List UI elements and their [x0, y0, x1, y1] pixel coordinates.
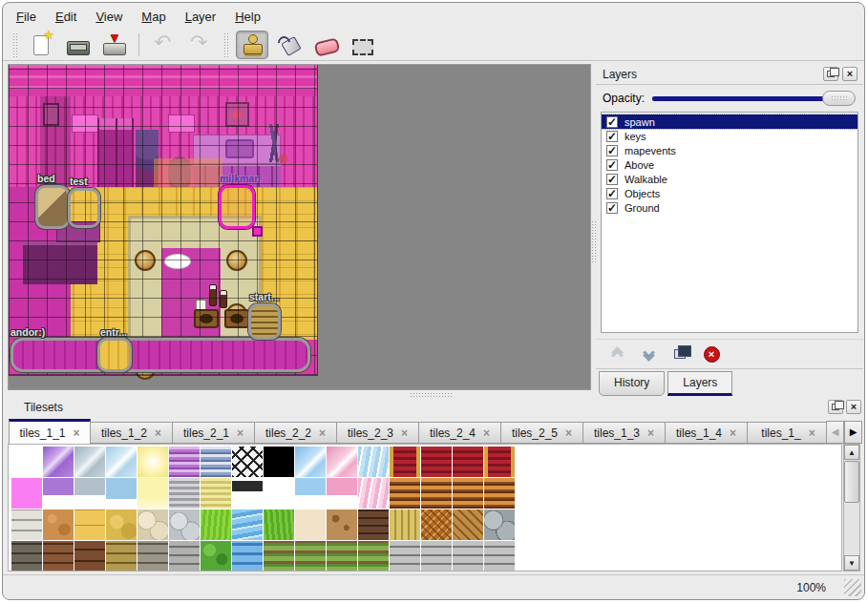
layer-list[interactable]: ✓spawn✓keys✓mapevents✓Above✓Walkable✓Obj… — [601, 112, 858, 333]
tile-glass_blue2[interactable] — [295, 447, 326, 477]
tileset-tab-tiles_1_[interactable]: tiles_1_× — [748, 422, 826, 444]
tile-tile_yellow[interactable] — [74, 509, 105, 540]
fill-tool-button[interactable] — [272, 31, 305, 59]
tileset-tab-tiles_1_3[interactable]: tiles_1_3× — [583, 422, 666, 444]
tile-white[interactable] — [264, 478, 294, 509]
tile-pave_gray[interactable] — [11, 509, 42, 540]
new-file-button[interactable] — [25, 31, 57, 59]
dock-tab-history[interactable]: History — [599, 371, 665, 396]
map-view[interactable]: bed test milkman start... entr... andor:… — [8, 64, 591, 390]
tab-close-icon[interactable]: × — [319, 426, 326, 440]
layer-row-Ground[interactable]: ✓Ground — [602, 200, 857, 215]
tile-zigzag_pink[interactable] — [358, 478, 389, 509]
tile-crop[interactable] — [358, 541, 389, 572]
tile-brick_gray[interactable] — [390, 541, 420, 572]
save-file-button[interactable] — [97, 31, 130, 59]
layer-row-Objects[interactable]: ✓Objects — [602, 186, 857, 200]
tileset-view[interactable] — [8, 444, 842, 572]
tile-water[interactable] — [232, 509, 263, 540]
layer-visibility-checkbox[interactable]: ✓ — [606, 145, 618, 156]
tile-dirt_orange[interactable] — [43, 509, 74, 540]
tile-log_wall[interactable] — [390, 478, 420, 509]
tile-pink_solid[interactable] — [11, 478, 42, 509]
tile-crop[interactable] — [264, 541, 294, 572]
layer-row-Above[interactable]: ✓Above — [602, 157, 857, 172]
layer-visibility-checkbox[interactable]: ✓ — [606, 174, 618, 185]
layer-visibility-checkbox[interactable]: ✓ — [606, 188, 618, 199]
tile-curtain_red[interactable] — [421, 447, 452, 477]
tab-close-icon[interactable]: × — [483, 426, 490, 440]
tile-stripes_yellow[interactable] — [201, 478, 231, 509]
tile-stone_yellow[interactable] — [106, 509, 137, 540]
tile-grass[interactable] — [264, 509, 294, 540]
tile-glass_purple_sm[interactable] — [43, 478, 74, 509]
tilesets-float-button[interactable] — [828, 400, 843, 414]
tile-pebble_beige[interactable] — [138, 509, 168, 540]
object-test[interactable] — [68, 188, 100, 228]
tile-wicker[interactable] — [421, 509, 452, 540]
tile-log_wall[interactable] — [453, 478, 483, 509]
resize-grip[interactable] — [844, 579, 861, 596]
tile-wall_darkstone[interactable] — [11, 541, 42, 572]
tile-stripes_violet[interactable] — [169, 447, 200, 477]
tile-herringbone[interactable] — [453, 509, 483, 540]
layer-visibility-checkbox[interactable]: ✓ — [606, 116, 618, 128]
tile-bamboo[interactable] — [390, 509, 420, 540]
tile-brick_gray[interactable] — [453, 541, 483, 572]
tab-close-icon[interactable]: × — [565, 426, 572, 440]
object-bed[interactable] — [35, 185, 70, 229]
tile-grass_bright[interactable] — [201, 509, 231, 540]
tile-brick_gray[interactable] — [484, 541, 515, 572]
layer-row-mapevents[interactable]: ✓mapevents — [602, 143, 857, 157]
tile-zigzag_blue[interactable] — [358, 447, 389, 477]
tile-wall_brownbrick2[interactable] — [74, 541, 105, 572]
tile-sand[interactable] — [295, 509, 326, 540]
select-tool-button[interactable] — [345, 31, 377, 59]
tile-lattice[interactable] — [232, 447, 263, 477]
tile-sign_black[interactable] — [232, 478, 263, 509]
tile-water_sm[interactable] — [106, 478, 137, 509]
tile-glass_purple[interactable] — [43, 447, 74, 477]
dock-tab-layers[interactable]: Layers — [667, 371, 732, 396]
object-andor[interactable] — [11, 338, 310, 372]
layer-visibility-checkbox[interactable]: ✓ — [606, 202, 618, 214]
scroll-up-button[interactable]: ▲ — [844, 445, 859, 460]
tab-close-icon[interactable]: × — [401, 426, 408, 440]
tile-wall_graystone[interactable] — [138, 541, 168, 572]
tile-curtain_red_gold[interactable] — [484, 447, 515, 477]
tile-wall_graybrick[interactable] — [169, 541, 200, 572]
opacity-slider[interactable] — [652, 91, 856, 106]
layer-row-Walkable[interactable]: ✓Walkable — [602, 172, 857, 186]
tile-water_wall[interactable] — [232, 541, 263, 572]
horizontal-splitter[interactable] — [410, 392, 454, 397]
float-button[interactable] — [823, 67, 838, 81]
tile-pebble_gray[interactable] — [169, 509, 200, 540]
layer-visibility-checkbox[interactable]: ✓ — [606, 159, 618, 171]
tab-close-icon[interactable]: × — [647, 426, 654, 440]
stamp-tool-button[interactable] — [236, 31, 268, 59]
menu-help[interactable]: Help — [225, 7, 270, 27]
tileset-tab-tiles_2_2[interactable]: tiles_2_2× — [255, 422, 337, 444]
tile-cobble[interactable] — [484, 509, 515, 540]
tileset-tab-tiles_2_4[interactable]: tiles_2_4× — [419, 422, 501, 444]
tile-white[interactable] — [11, 447, 42, 477]
menu-layer[interactable]: Layer — [176, 7, 226, 27]
opacity-slider-handle[interactable] — [822, 91, 856, 106]
layer-visibility-checkbox[interactable]: ✓ — [606, 131, 618, 142]
map-canvas[interactable]: bed test milkman start... entr... andor:… — [9, 65, 317, 375]
tile-black[interactable] — [264, 447, 294, 477]
duplicate-layer-button[interactable] — [668, 343, 691, 365]
tile-glass_blue[interactable] — [106, 447, 137, 477]
undo-button[interactable] — [148, 31, 180, 59]
tile-glass_gray[interactable] — [74, 447, 105, 477]
eraser-tool-button[interactable] — [308, 31, 341, 59]
tile-shingle_dark[interactable] — [358, 509, 389, 540]
tile-glass_blue_sm[interactable] — [295, 478, 326, 509]
raise-layer-button[interactable] — [605, 343, 628, 365]
tile-glass_pink_sm[interactable] — [327, 478, 357, 509]
close-button[interactable]: × — [842, 67, 857, 81]
tile-hedge[interactable] — [201, 541, 231, 572]
tab-close-icon[interactable]: × — [74, 426, 80, 440]
delete-layer-button[interactable]: × — [700, 343, 723, 365]
tab-close-icon[interactable]: × — [237, 426, 243, 440]
